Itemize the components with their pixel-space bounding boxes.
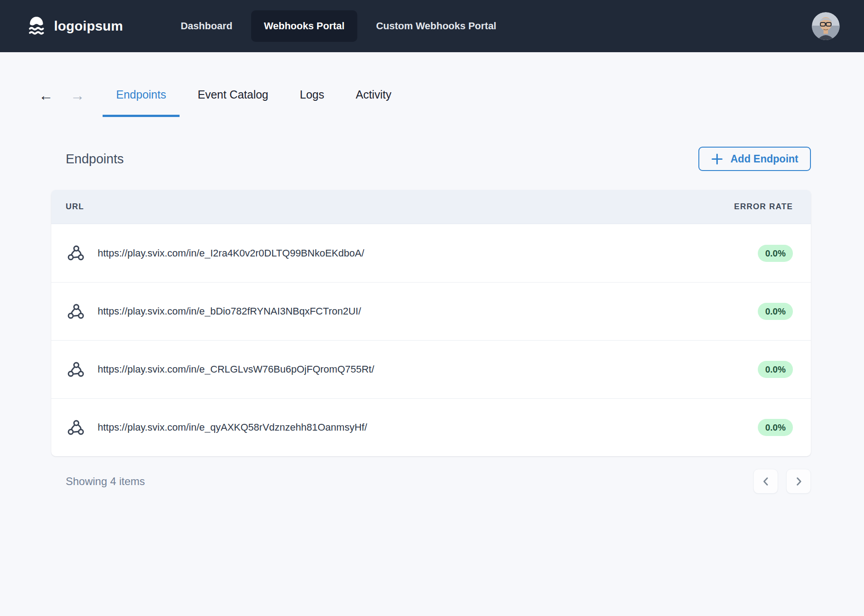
tab-event-catalog[interactable]: Event Catalog [184,85,282,117]
add-endpoint-label: Add Endpoint [730,153,798,165]
nav-item-dashboard[interactable]: Dashboard [168,10,245,42]
error-rate-badge: 0.0% [758,303,793,320]
chevron-left-icon [761,477,771,486]
table-row[interactable]: https://play.svix.com/in/e_CRLGLvsW76Bu6… [51,340,811,398]
user-avatar[interactable] [812,12,840,40]
chevron-right-icon [794,477,804,486]
arrow-right-icon: → [70,87,85,103]
nav-item-custom-webhooks-portal[interactable]: Custom Webhooks Portal [364,10,509,42]
pagination [753,469,811,494]
tab-activity[interactable]: Activity [342,85,405,117]
table-footer: Showing 4 items [51,469,811,494]
webhook-icon [67,418,85,437]
tab-logs[interactable]: Logs [286,85,338,117]
table-row[interactable]: https://play.svix.com/in/e_I2ra4K0v2r0DL… [51,224,811,282]
endpoint-url: https://play.svix.com/in/e_CRLGLvsW76Bu6… [98,364,374,375]
logo-icon [25,15,48,37]
column-header-error-rate: ERROR RATE [734,202,793,211]
table-row[interactable]: https://play.svix.com/in/e_qyAXKQ58rVdzn… [51,398,811,456]
endpoint-url: https://play.svix.com/in/e_I2ra4K0v2r0DL… [98,247,364,259]
next-page-button[interactable] [786,469,811,494]
tabs: Endpoints Event Catalog Logs Activity [103,85,410,117]
logo[interactable]: logoipsum [25,15,123,37]
webhook-icon [67,244,85,262]
arrow-left-icon: ← [39,87,53,103]
top-header-bar: logoipsum Dashboard Webhooks Portal Cust… [0,0,864,52]
webhook-icon [67,302,85,321]
add-endpoint-button[interactable]: Add Endpoint [698,147,811,171]
column-header-url: URL [66,202,84,211]
plus-icon [711,153,723,165]
error-rate-badge: 0.0% [758,245,793,262]
prev-page-button[interactable] [753,469,778,494]
logo-text: logoipsum [54,18,123,34]
endpoints-page: Endpoints Add Endpoint URL ERROR RATE [0,147,864,494]
page-title: Endpoints [51,152,124,166]
error-rate-badge: 0.0% [758,361,793,378]
webhook-icon [67,360,85,379]
portal-tab-bar: ← → Endpoints Event Catalog Logs Activit… [0,52,864,117]
tab-endpoints[interactable]: Endpoints [103,85,180,117]
back-button[interactable]: ← [36,85,56,105]
forward-button[interactable]: → [68,85,87,105]
endpoint-url: https://play.svix.com/in/e_qyAXKQ58rVdzn… [98,422,367,433]
error-rate-badge: 0.0% [758,419,793,436]
table-header-row: URL ERROR RATE [51,190,811,224]
endpoint-url: https://play.svix.com/in/e_bDio782fRYNAI… [98,306,361,317]
table-row[interactable]: https://play.svix.com/in/e_bDio782fRYNAI… [51,282,811,340]
endpoint-rows: https://play.svix.com/in/e_I2ra4K0v2r0DL… [51,224,811,456]
endpoints-table: URL ERROR RATE https://play.svix.com/in/… [51,190,811,456]
items-summary: Showing 4 items [51,475,145,488]
top-navigation: Dashboard Webhooks Portal Custom Webhook… [168,10,509,42]
nav-item-webhooks-portal[interactable]: Webhooks Portal [251,10,357,42]
